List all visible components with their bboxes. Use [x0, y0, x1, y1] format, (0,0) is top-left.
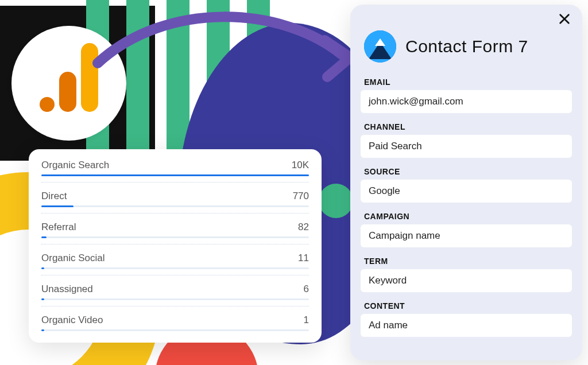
traffic-row-bar [41, 205, 309, 207]
traffic-row-label: Unassigned [41, 284, 93, 295]
traffic-row: Organic Social 11 [41, 244, 309, 264]
traffic-row-bar [41, 298, 309, 300]
source-field[interactable]: Google [361, 180, 572, 203]
channel-field[interactable]: Paid Search [361, 135, 572, 158]
traffic-row: Direct 770 [41, 182, 309, 202]
traffic-row-bar [41, 174, 309, 176]
traffic-row-bar [41, 267, 309, 269]
contact-form7-logo [364, 30, 396, 63]
traffic-row-label: Organic Search [41, 160, 109, 171]
traffic-row: Referral 82 [41, 213, 309, 233]
contact-form-panel: Contact Form 7 EMAIL john.wick@gmail.com… [350, 5, 582, 360]
traffic-row-value: 770 [293, 191, 309, 202]
field-label-channel: CHANNEL [364, 122, 572, 131]
field-label-campaign: CAMPAIGN [364, 212, 572, 221]
field-label-content: CONTENT [364, 301, 572, 310]
traffic-row-label: Referral [41, 222, 76, 233]
content-field[interactable]: Ad name [361, 314, 572, 337]
close-button[interactable] [555, 10, 574, 30]
campaign-field[interactable]: Campaign name [361, 224, 572, 247]
ga-logo-bar-tall [81, 43, 98, 112]
close-icon [558, 11, 571, 29]
traffic-row-label: Organic Video [41, 314, 103, 326]
traffic-row-bar [41, 236, 309, 238]
traffic-row-bar [41, 329, 309, 331]
google-analytics-logo [11, 26, 126, 141]
term-field[interactable]: Keyword [361, 269, 572, 292]
ga-logo-bar-mid [59, 72, 76, 112]
traffic-row: Organic Video 1 [41, 306, 309, 326]
field-label-email: EMAIL [364, 77, 572, 87]
field-label-source: SOURCE [364, 167, 572, 176]
traffic-row-value: 10K [292, 160, 309, 171]
traffic-row-label: Direct [41, 191, 67, 202]
traffic-row-value: 11 [298, 253, 309, 264]
traffic-row-value: 6 [304, 284, 309, 295]
traffic-row: Unassigned 6 [41, 275, 309, 295]
traffic-row-value: 82 [298, 222, 309, 233]
decor-green-bar [126, 0, 149, 161]
form-title: Contact Form 7 [405, 37, 528, 56]
traffic-row-value: 1 [304, 314, 309, 326]
decor-green-dot [319, 184, 353, 218]
email-field[interactable]: john.wick@gmail.com [361, 90, 572, 113]
ga-logo-dot [40, 97, 55, 112]
traffic-row-label: Organic Social [41, 253, 105, 264]
traffic-row: Organic Search 10K [41, 157, 309, 171]
field-label-term: TERM [364, 257, 572, 266]
traffic-sources-card: Organic Search 10K Direct 770 Referral 8… [29, 149, 322, 343]
form-header: Contact Form 7 [364, 30, 572, 63]
